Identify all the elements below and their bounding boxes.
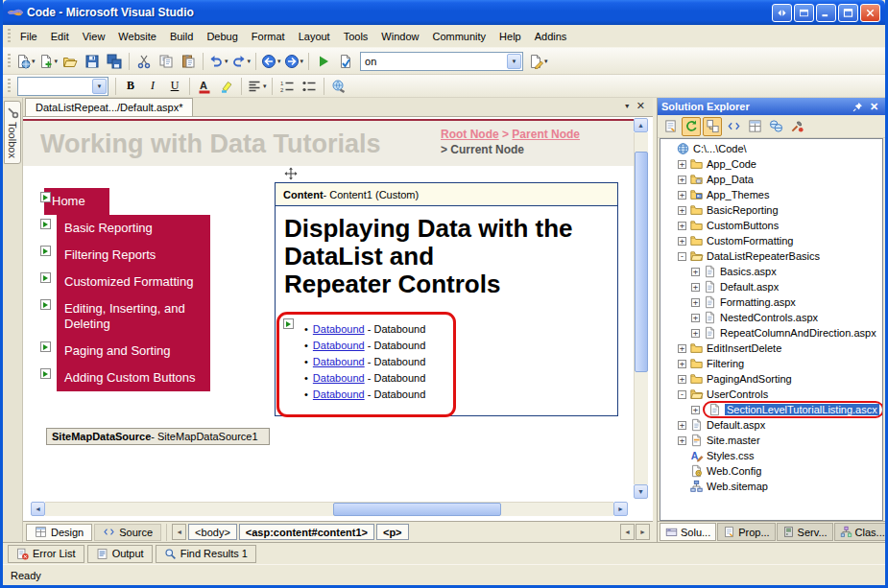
smart-tag-icon[interactable] [40,192,51,202]
menu-layout[interactable]: Layout [292,27,337,46]
tree-item-c-code[interactable]: C:\...\Code\ [660,141,882,156]
tree-item-customformatting[interactable]: +CustomFormatting [660,233,882,248]
expand-icon[interactable]: + [678,222,686,230]
find-pencil-button[interactable]: ▾ [527,51,549,72]
toolbar-combobox[interactable]: on▼ [360,52,523,71]
content-control-header[interactable]: Content - Content1 (Custom) [276,183,617,206]
tree-item-datalistrepeaterbasics[interactable]: -DataListRepeaterBasics [660,248,882,264]
expand-icon[interactable]: + [678,344,686,353]
se-tab-prop[interactable]: Prop... [717,523,775,541]
tree-item-pagingandsorting[interactable]: +PagingAndSorting [660,371,882,387]
view-tab-design[interactable]: Design [26,524,92,541]
redo-button[interactable]: ▾ [230,51,252,72]
smart-tag-icon[interactable] [40,299,51,310]
tree-item-default-aspx[interactable]: +Default.aspx [660,279,882,294]
open-file-button[interactable] [60,51,81,72]
tree-item-custombuttons[interactable]: +CustomButtons [660,218,882,233]
panel-tab-error-list[interactable]: Error List [8,545,84,563]
breadcrumb-root-link[interactable]: Root Node [441,128,499,141]
bullet-list-button[interactable] [299,76,320,97]
databound-link[interactable]: Databound [313,340,365,351]
databound-link[interactable]: Databound [313,372,365,384]
minimize-button[interactable] [816,4,836,22]
expand-icon[interactable]: + [678,375,686,384]
nest-related-button[interactable] [703,117,722,136]
designer-menu-item-paging-and-sorting[interactable]: Paging and Sorting [57,338,210,365]
se-tab-serv[interactable]: Serv... [777,523,833,541]
scroll-up-icon[interactable]: ▲ [634,118,648,132]
tag-scroll-left-icon[interactable]: ◄ [172,524,186,540]
tag-navigator-item[interactable]: <p> [376,524,409,540]
maximize-button[interactable] [838,4,858,22]
tree-item-editinsertdelete[interactable]: +EditInsertDelete [660,341,882,356]
hscroll-thumb[interactable] [333,503,501,516]
combobox-dropdown-icon[interactable]: ▼ [507,54,521,69]
highlight-button[interactable] [216,76,237,97]
view-designer-button[interactable] [745,117,764,136]
smart-tag-icon[interactable] [40,272,51,283]
expand-icon[interactable]: + [691,314,700,322]
expand-icon[interactable]: + [678,206,686,215]
databound-link[interactable]: Databound [313,388,365,400]
tag-navigator-item[interactable]: <body> [188,524,237,540]
tree-item-nestedcontrols-aspx[interactable]: +NestedControls.aspx [660,310,882,325]
paste-button[interactable] [178,51,199,72]
databound-link[interactable]: Databound [313,323,365,335]
numbered-list-button[interactable]: 12 [276,76,298,97]
tree-item-app-code[interactable]: +App_Code [660,156,882,172]
tree-item-default-aspx[interactable]: +Default.aspx [660,417,882,433]
menu-view[interactable]: View [76,27,112,46]
combobox-dropdown-icon[interactable]: ▼ [92,79,107,94]
tree-item-usercontrols[interactable]: -UserControls [660,387,882,402]
menu-window[interactable]: Window [374,27,425,46]
nav-back-button[interactable]: ▾ [260,51,282,72]
save-button[interactable] [82,51,103,72]
expand-icon[interactable]: + [678,160,686,169]
add-item-button[interactable]: ▾ [37,51,60,72]
sitemapdatasource-control[interactable]: SiteMapDataSource - SiteMapDataSource1 [46,428,270,445]
tree-item-web-config[interactable]: Web.Config [660,463,882,479]
properties-button[interactable] [660,117,680,136]
expand-icon[interactable]: + [678,191,686,200]
menu-addins[interactable]: Addins [528,27,574,46]
smart-tag-icon[interactable] [40,219,51,229]
expand-icon[interactable]: + [678,176,686,184]
tree-item-app-themes[interactable]: +App_Themes [660,187,882,202]
toolbar-grip[interactable] [8,54,11,69]
smart-tag-icon[interactable] [283,318,294,329]
expand-icon[interactable]: + [678,237,686,246]
collapse-icon[interactable]: - [678,252,686,261]
cut-button[interactable] [133,51,155,72]
designer-menu-item-home[interactable]: Home [44,188,109,215]
view-code-button[interactable] [724,117,743,136]
panel-tab-output[interactable]: Output [87,545,153,563]
nav-forward-button[interactable]: ▾ [283,51,305,72]
titlebar[interactable]: Code - Microsoft Visual Studio [3,0,885,25]
vscroll-thumb[interactable] [635,152,648,372]
hscroll-track[interactable] [45,502,613,516]
menu-file[interactable]: File [13,27,44,46]
tree-item-basicreporting[interactable]: +BasicReporting [660,202,882,218]
window-arrows-button[interactable] [772,4,792,22]
designer-menu-item-filtering-reports[interactable]: Filtering Reports [57,242,210,269]
tree-item-styles-css[interactable]: AStyles.css [660,448,882,463]
breadcrumb-parent-link[interactable]: Parent Node [512,128,580,141]
close-document-icon[interactable]: ✕ [636,100,645,112]
menu-help[interactable]: Help [492,27,528,46]
se-tab-clas[interactable]: Clas... [834,523,888,541]
refresh-button[interactable] [682,117,701,136]
window-dock-button[interactable] [794,4,814,22]
smart-tag-icon[interactable] [40,368,51,379]
menu-format[interactable]: Format [245,27,292,46]
design-surface[interactable]: Working with Data Tutorials Root Node > … [23,117,653,521]
designer-menu-item-customized-formatting[interactable]: Customized Formatting [57,269,210,295]
tree-item-formatting-aspx[interactable]: +Formatting.aspx [660,294,882,310]
menu-tools[interactable]: Tools [337,27,375,46]
format-underline-button[interactable]: U [164,76,185,97]
asp-config-button[interactable] [787,117,806,136]
panel-tab-find-results-1[interactable]: Find Results 1 [156,545,256,563]
pin-button[interactable] [851,100,865,113]
expand-icon[interactable]: + [678,360,686,368]
vertical-scrollbar[interactable]: ▲ ▼ [634,118,648,499]
format-italic-button[interactable]: I [142,76,163,97]
